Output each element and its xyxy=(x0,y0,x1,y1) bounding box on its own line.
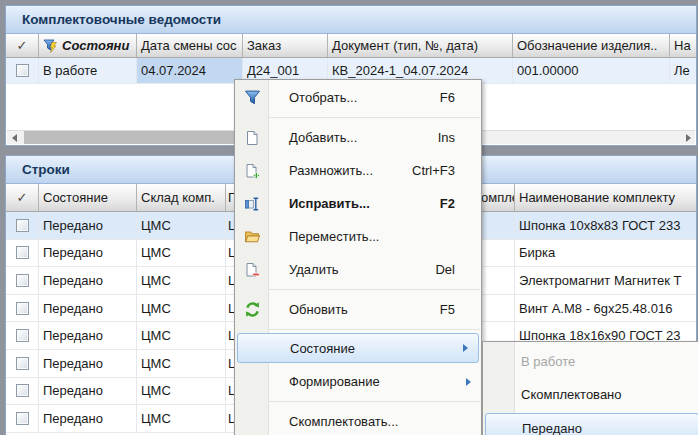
submenu-item-assembled[interactable]: Скомплектовано xyxy=(483,378,698,411)
menu-item-shortcut: F6 xyxy=(440,90,455,105)
sheets-panel-title: Комплектовочные ведомости xyxy=(6,6,696,34)
row-checkbox-cell xyxy=(6,295,39,322)
menu-item-delete[interactable]: Удалить Del xyxy=(235,253,481,286)
menu-item-label: Размножить... xyxy=(289,163,412,178)
menu-item-filter[interactable]: Отобрать... F6 xyxy=(235,81,481,114)
submenu-arrow-icon xyxy=(463,344,468,352)
scroll-left-arrow-icon xyxy=(12,134,17,142)
row-checkbox[interactable] xyxy=(16,329,29,342)
row-checkbox-cell xyxy=(6,405,39,432)
cell-state[interactable]: Передано xyxy=(39,378,137,405)
scroll-right-arrow-icon xyxy=(686,134,691,142)
row-checkbox-cell xyxy=(6,58,39,83)
refresh-icon xyxy=(243,301,261,319)
menu-item-label: Добавить... xyxy=(289,130,438,145)
row-checkbox-cell xyxy=(6,240,39,267)
submenu-item-transferred[interactable]: Передано xyxy=(485,413,698,435)
scroll-right-button[interactable] xyxy=(681,131,695,144)
row-checkbox-cell xyxy=(6,322,39,349)
duplicate-document-icon xyxy=(243,162,261,180)
row-checkbox[interactable] xyxy=(16,219,29,232)
edit-icon xyxy=(243,195,261,213)
column-header-state-label: Состояни xyxy=(62,38,129,53)
column-header-document[interactable]: Документ (тип, №, дата) xyxy=(328,34,513,57)
menu-item-label: Исправить... xyxy=(289,196,440,211)
app-window: { "sheets_panel": { "title": "Комплектов… xyxy=(0,0,698,435)
cell-item-name[interactable]: Винт А.М8 - 6gх25.48.016 xyxy=(515,295,696,322)
menu-item-label: Отобрать... xyxy=(289,90,440,105)
menu-item-duplicate[interactable]: Размножить... Ctrl+F3 xyxy=(235,154,481,187)
cell-designation[interactable]: 001.00000 xyxy=(513,58,670,83)
column-header-order[interactable]: Заказ xyxy=(243,34,328,57)
menu-item-shortcut: F5 xyxy=(440,302,455,317)
row-checkbox-cell xyxy=(6,378,39,405)
menu-item-assemble[interactable]: Скомплектовать... xyxy=(235,405,481,435)
column-header-state[interactable]: Состояни xyxy=(39,34,137,57)
cell-state[interactable]: Передано xyxy=(39,322,137,349)
cell-item-name[interactable]: Бирка xyxy=(515,240,696,267)
menu-separator xyxy=(236,117,480,118)
column-header-state[interactable]: Состояние xyxy=(39,184,137,211)
menu-item-label: В работе xyxy=(521,354,698,369)
row-checkbox[interactable] xyxy=(16,274,29,287)
row-checkbox[interactable] xyxy=(16,64,29,77)
menu-item-label: Состояние xyxy=(290,341,463,356)
menu-item-move[interactable]: Переместить... xyxy=(235,220,481,253)
column-header-designation[interactable]: Обозначение изделия.. xyxy=(513,34,670,57)
cell-name[interactable]: Ле xyxy=(670,58,696,83)
row-checkbox-cell xyxy=(6,350,39,377)
cell-state[interactable]: Передано xyxy=(39,350,137,377)
column-header-item-name[interactable]: Наименование комплекту xyxy=(515,184,696,211)
menu-item-edit[interactable]: Исправить... F2 xyxy=(235,187,481,220)
cell-state[interactable]: Передано xyxy=(39,240,137,267)
delete-document-icon xyxy=(243,261,261,279)
cell-warehouse[interactable]: ЦМС xyxy=(137,405,226,432)
row-checkbox[interactable] xyxy=(16,412,29,425)
cell-state[interactable]: Передано xyxy=(39,295,137,322)
cell-warehouse[interactable]: ЦМС xyxy=(137,267,226,294)
cell-warehouse[interactable]: ЦМС xyxy=(137,240,226,267)
cell-warehouse[interactable]: ЦМС xyxy=(137,212,226,239)
menu-item-label: Переместить... xyxy=(289,229,455,244)
menu-item-shortcut: F2 xyxy=(440,196,455,211)
menu-separator xyxy=(236,289,480,290)
menu-item-state[interactable]: Состояние xyxy=(237,333,479,363)
row-checkbox-cell xyxy=(6,267,39,294)
column-header-warehouse[interactable]: Склад комп. xyxy=(137,184,226,211)
menu-item-add[interactable]: Добавить... Ins xyxy=(235,121,481,154)
cell-state[interactable]: Передано xyxy=(39,212,137,239)
move-folder-icon xyxy=(243,228,261,246)
add-document-icon xyxy=(243,129,261,147)
scroll-left-button[interactable] xyxy=(7,131,21,144)
row-checkbox[interactable] xyxy=(16,246,29,259)
sheets-column-header: ✓ Состояни Дата смены сос Заказ Документ… xyxy=(6,34,696,58)
row-checkbox[interactable] xyxy=(16,302,29,315)
select-all-column-header[interactable]: ✓ xyxy=(6,34,39,57)
cell-warehouse[interactable]: ЦМС xyxy=(137,378,226,405)
menu-item-shortcut: Ins xyxy=(438,130,455,145)
select-all-column-header[interactable]: ✓ xyxy=(6,184,39,211)
menu-item-label: Скомплектовано xyxy=(521,387,698,402)
cell-item-name[interactable]: Электромагнит Магнитек Т xyxy=(515,267,696,294)
cell-state[interactable]: Передано xyxy=(39,405,137,432)
column-header-date[interactable]: Дата смены сос xyxy=(137,34,243,57)
menu-item-label: Обновить xyxy=(289,302,440,317)
cell-date-selected[interactable]: 04.07.2024 xyxy=(137,58,243,83)
menu-item-label: Скомплектовать... xyxy=(289,414,481,429)
column-header-name[interactable]: На xyxy=(670,34,696,57)
cell-item-name[interactable]: Шпонка 10х8х83 ГОСТ 233 xyxy=(515,212,696,239)
cell-warehouse[interactable]: ЦМС xyxy=(137,322,226,349)
filter-icon xyxy=(243,89,261,107)
row-checkbox[interactable] xyxy=(16,357,29,370)
menu-item-formation[interactable]: Формирование xyxy=(235,365,481,398)
cell-warehouse[interactable]: ЦМС xyxy=(137,350,226,377)
menu-separator xyxy=(236,329,480,330)
cell-state[interactable]: В работе xyxy=(39,58,137,83)
row-checkbox[interactable] xyxy=(16,384,29,397)
menu-item-label: Удалить xyxy=(289,262,435,277)
menu-item-refresh[interactable]: Обновить F5 xyxy=(235,293,481,326)
cell-warehouse[interactable]: ЦМС xyxy=(137,295,226,322)
state-submenu: В работе Скомплектовано Передано xyxy=(482,341,698,435)
submenu-arrow-icon xyxy=(466,378,471,386)
cell-state[interactable]: Передано xyxy=(39,267,137,294)
